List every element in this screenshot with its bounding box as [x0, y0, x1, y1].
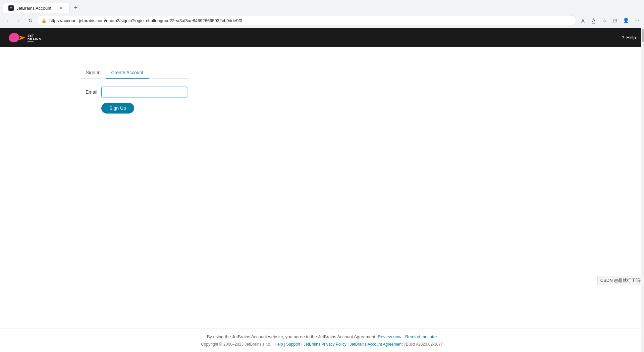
svg-point-4 [8, 32, 20, 43]
svg-rect-3 [10, 9, 11, 9]
email-input[interactable] [101, 87, 187, 97]
tab-title: JetBrains Account [16, 6, 55, 11]
help-footer-link[interactable]: Help [275, 342, 283, 347]
collections-button[interactable]: ⊡ [610, 16, 620, 25]
jetbrains-header: JET BRAINS ? Help [0, 28, 644, 47]
build-info: | Build #2023.02-3077 [404, 342, 443, 347]
email-label: Email [80, 89, 97, 95]
page-footer: By using the JetBrains Account website, … [0, 328, 644, 352]
tab-close-button[interactable]: × [58, 5, 64, 11]
auth-form: Email Sign Up [80, 87, 188, 114]
csdn-sidebar-text: CSDN @想就行了吗· [597, 276, 644, 285]
page-wrapper: JET BRAINS ? Help Sign In Create Account [0, 28, 644, 352]
help-label: Help [626, 35, 636, 40]
svg-rect-1 [10, 7, 12, 8]
signin-tab[interactable]: Sign In [80, 67, 106, 79]
svg-rect-2 [10, 8, 12, 9]
account-agreement-link[interactable]: JetBrains Account Agreement [350, 342, 402, 347]
reload-button[interactable]: ↻ [25, 16, 35, 25]
auth-tabs: Sign In Create Account [80, 67, 188, 79]
email-row: Email [80, 87, 188, 97]
scrollbar-thumb[interactable] [642, 29, 644, 42]
signup-button[interactable]: Sign Up [101, 103, 134, 114]
new-tab-button[interactable]: + [71, 3, 80, 13]
scrollbar[interactable] [641, 28, 644, 352]
svg-text:JET: JET [28, 34, 34, 37]
address-bar[interactable]: 🔒 https://account.jetbrains.com/oauth2/s… [37, 15, 576, 26]
privacy-policy-link[interactable]: JetBrains Privacy Policy [304, 342, 346, 347]
svg-rect-9 [28, 41, 34, 42]
profile-button[interactable]: 👤 [621, 16, 631, 25]
browser-chrome: JetBrains Account × + ‹ › ↻ 🔒 https://ac… [0, 0, 644, 28]
svg-text:BRAINS: BRAINS [28, 38, 41, 41]
copyright-text: Copyright © 2000–2023 JetBrains s.r.o. | [201, 342, 273, 347]
menu-button[interactable]: ⋯ [632, 16, 641, 25]
page-content: JET BRAINS ? Help Sign In Create Account [0, 28, 644, 352]
tab-favicon [8, 5, 14, 11]
question-icon: ? [622, 35, 624, 40]
address-bar-row: ‹ › ↻ 🔒 https://account.jetbrains.com/oa… [0, 13, 644, 28]
address-url: https://account.jetbrains.com/oauth2/sig… [49, 18, 572, 23]
reader-mode-button[interactable]: A̲ [589, 16, 598, 25]
remind-later-link[interactable]: Remind me later [405, 334, 437, 339]
lock-icon: 🔒 [41, 18, 47, 23]
translate-icon-button[interactable]: A [578, 16, 588, 25]
cookie-text: By using the JetBrains Account website, … [207, 334, 377, 339]
footer-links: Copyright © 2000–2023 JetBrains s.r.o. |… [0, 342, 644, 347]
support-footer-link[interactable]: Support [286, 342, 300, 347]
forward-button[interactable]: › [14, 16, 23, 25]
auth-container: Sign In Create Account Email Sign Up [0, 47, 644, 328]
tab-bar: JetBrains Account × + [0, 0, 644, 13]
back-button[interactable]: ‹ [3, 16, 12, 25]
cookie-bar: By using the JetBrains Account website, … [0, 334, 644, 339]
jetbrains-logo: JET BRAINS [8, 31, 48, 44]
active-tab[interactable]: JetBrains Account × [3, 3, 70, 13]
toolbar-icons: A A̲ ☆ ⊡ 👤 ⋯ [578, 16, 641, 25]
auth-card: Sign In Create Account Email Sign Up [80, 67, 188, 114]
create-account-tab[interactable]: Create Account [106, 67, 149, 79]
help-link[interactable]: ? Help [622, 35, 636, 40]
favorites-button[interactable]: ☆ [600, 16, 609, 25]
review-now-link[interactable]: Review now [378, 334, 401, 339]
